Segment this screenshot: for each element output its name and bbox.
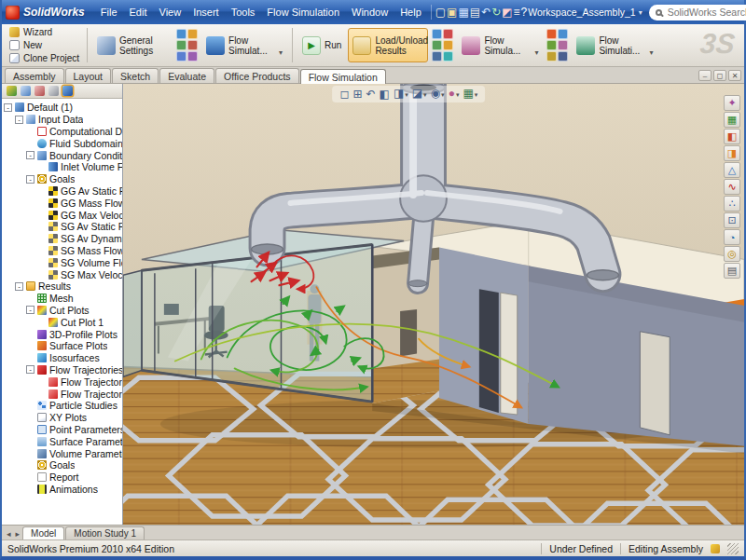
menu-item[interactable]: File: [95, 4, 123, 20]
menu-item[interactable]: Flow Simulation: [261, 4, 345, 20]
mini-icon[interactable]: [558, 51, 568, 61]
appearances-icon[interactable]: ●: [449, 87, 460, 102]
tree-item[interactable]: Default (1): [2, 102, 122, 114]
tree-item[interactable]: Point Parameters: [2, 424, 122, 436]
tree-expander[interactable]: [26, 151, 35, 159]
tree-item[interactable]: Surface Parameters: [2, 435, 122, 447]
zoom-area-icon[interactable]: ⊞: [352, 88, 362, 102]
particle-study-icon[interactable]: ∴: [724, 196, 740, 212]
tab-model[interactable]: Model: [22, 526, 64, 540]
workspace-selector[interactable]: Workspace_Assembly_1 ▾: [528, 7, 642, 18]
mini-icon[interactable]: [176, 29, 186, 39]
tree-expander[interactable]: [26, 175, 35, 184]
tree-item[interactable]: GG Av Static Pressur: [2, 185, 122, 198]
tree-item[interactable]: Surface Plots: [2, 340, 122, 352]
flow-simulation-display2-button[interactable]: Flow Simulati...: [572, 28, 657, 62]
tree-item[interactable]: Isosurfaces: [2, 352, 122, 364]
menu-item[interactable]: View: [154, 4, 187, 20]
tree-item[interactable]: GG Max Velocity 1: [2, 209, 122, 221]
tab-assembly[interactable]: Assembly: [5, 68, 64, 83]
tree-item[interactable]: Mesh: [2, 293, 122, 305]
mini-icon[interactable]: [558, 40, 568, 50]
tree-item[interactable]: Flow Trajectories 2: [2, 388, 122, 400]
xy-plot-icon[interactable]: ◔: [724, 229, 740, 245]
point-parameters-icon[interactable]: ⊡: [724, 212, 740, 228]
clone-project-button[interactable]: Clone Project: [7, 53, 81, 63]
tab-sketch[interactable]: Sketch: [112, 68, 159, 83]
flow-simulation-tab-icon[interactable]: [62, 86, 73, 96]
doc-close-button[interactable]: ✕: [728, 70, 741, 81]
mini-icon[interactable]: [187, 40, 198, 50]
mini-icon[interactable]: [176, 51, 186, 61]
section-view-icon[interactable]: ◧: [380, 88, 390, 102]
tab-scroll-left-icon[interactable]: ◂: [5, 529, 13, 540]
tree-item[interactable]: GG Mass Flow Rate 1: [2, 197, 122, 209]
hide-show-items-icon[interactable]: ◉: [431, 87, 445, 102]
flow-trajectories-icon[interactable]: ∿: [724, 179, 740, 195]
tab-layout[interactable]: Layout: [65, 68, 112, 83]
tree-item[interactable]: Volume Parameters: [2, 447, 122, 459]
tab-motion-study[interactable]: Motion Study 1: [65, 526, 145, 540]
resize-grip[interactable]: [727, 543, 739, 554]
propertymanager-tab-icon[interactable]: [21, 86, 31, 96]
options-icon[interactable]: ≡: [514, 4, 520, 20]
tree-item[interactable]: Report: [2, 471, 122, 484]
view-orientation-icon[interactable]: ◨: [394, 87, 408, 102]
tree-item[interactable]: SG Volume Flow Rat: [2, 256, 122, 268]
viewport-3d-scene[interactable]: [123, 84, 744, 525]
open-icon[interactable]: ▣: [447, 4, 457, 20]
load-unload-results-button[interactable]: Load/Unload Results: [348, 28, 428, 62]
tree-item[interactable]: Fluid Subdomains: [2, 137, 122, 149]
new-button[interactable]: New: [7, 40, 81, 50]
mini-icon[interactable]: [546, 29, 557, 39]
print-icon[interactable]: ▤: [470, 4, 480, 20]
doc-restore-button[interactable]: ◻: [713, 70, 726, 81]
mesh-display-icon[interactable]: ▦: [724, 112, 740, 128]
display-style-icon[interactable]: ◪: [412, 87, 427, 102]
mini-icon[interactable]: [443, 40, 453, 50]
save-icon[interactable]: ▦: [458, 4, 468, 20]
mini-icon[interactable]: [546, 40, 557, 50]
tree-item[interactable]: Goals: [2, 459, 122, 471]
flow-wizard-icon[interactable]: ✦: [724, 95, 740, 111]
mini-icon[interactable]: [187, 51, 198, 61]
menu-item[interactable]: Help: [394, 4, 427, 20]
menu-item[interactable]: Insert: [187, 4, 225, 20]
graphics-viewport[interactable]: ◻⊞↶◧◨◪◉●▦ ✦▦◧◨△∿∴⊡◔◎▤: [123, 84, 744, 525]
cut-plot-icon[interactable]: ◧: [724, 129, 740, 144]
tree-item[interactable]: Inlet Volume Flow 1: [2, 161, 122, 173]
tree-item[interactable]: XY Plots: [2, 412, 122, 424]
tree-item[interactable]: SG Max Velocity 1: [2, 268, 122, 280]
tree-expander[interactable]: [15, 116, 23, 124]
scene-icon[interactable]: ▦: [463, 87, 477, 102]
displaymanager-tab-icon[interactable]: [48, 86, 59, 96]
tab-office-products[interactable]: Office Products: [215, 68, 299, 83]
surface-plot-icon[interactable]: ◨: [724, 145, 740, 161]
flow-simulation-display-button[interactable]: Flow Simulat...: [201, 28, 287, 62]
search-input[interactable]: [666, 6, 746, 19]
appearance-icon[interactable]: ◩: [502, 4, 512, 20]
tree-item[interactable]: Particle Studies: [2, 400, 122, 412]
menu-item[interactable]: Tools: [226, 4, 261, 20]
tree-item[interactable]: 3D-Profile Plots: [2, 328, 122, 340]
tree-item[interactable]: Goals: [2, 173, 122, 185]
tree-item[interactable]: Flow Trajectories: [2, 364, 122, 376]
tab-evaluate[interactable]: Evaluate: [159, 68, 214, 83]
tree-item[interactable]: SG Av Dynamic Pres: [2, 233, 122, 245]
tree-item[interactable]: Cut Plot 1: [2, 316, 122, 328]
tree-expander[interactable]: [4, 103, 12, 112]
search-box[interactable]: ▾: [649, 5, 746, 20]
doc-minimize-button[interactable]: –: [698, 70, 711, 81]
menu-item[interactable]: Edit: [124, 4, 153, 20]
tab-flow-simulation[interactable]: Flow Simulation: [300, 69, 386, 84]
wizard-button[interactable]: Wizard: [7, 27, 81, 37]
mini-icon[interactable]: [443, 51, 453, 61]
zoom-fit-icon[interactable]: ◻: [339, 88, 349, 102]
mini-icon[interactable]: [546, 51, 557, 61]
mini-icon[interactable]: [558, 29, 568, 39]
configurationmanager-tab-icon[interactable]: [35, 86, 45, 96]
featuremanager-tab-icon[interactable]: [7, 86, 17, 96]
tree-expander[interactable]: [15, 282, 23, 291]
mini-icon[interactable]: [432, 51, 442, 61]
tree-item[interactable]: Boundary Conditions: [2, 149, 122, 161]
